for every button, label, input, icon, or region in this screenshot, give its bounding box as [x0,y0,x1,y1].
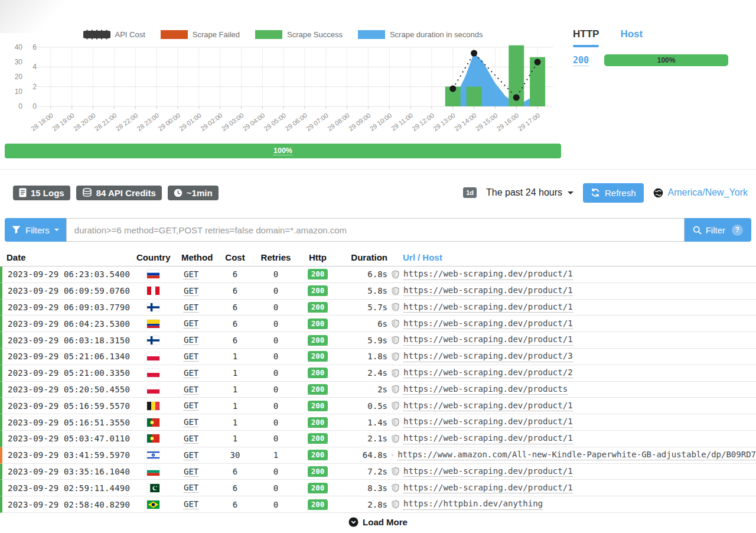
log-method[interactable]: GET [184,401,198,411]
log-url-link[interactable]: https://web-scraping.dev/product/1 [403,318,573,330]
table-row[interactable]: 2023-09-29 05:21:00.3350 GET 1 0 200 2.4… [0,365,756,382]
load-more-button[interactable]: Load More [0,517,756,527]
log-url-link[interactable]: https://web-scraping.dev/products [403,384,568,395]
log-method[interactable]: GET [184,286,198,296]
http-status-badge[interactable]: 200 [308,384,328,395]
log-url-link[interactable]: https://web-scraping.dev/product/1 [403,433,573,444]
refresh-button[interactable]: Refresh [583,183,644,203]
filter-help-icon[interactable]: ? [732,225,743,236]
http-status-badge[interactable]: 200 [308,417,328,428]
http-status-badge[interactable]: 200 [308,433,328,444]
http-status-badge[interactable]: 200 [308,318,328,329]
timezone-link[interactable]: America/New_York [653,187,748,198]
http-status-badge[interactable]: 200 [308,269,328,280]
filter-query-input[interactable] [66,218,685,242]
table-row[interactable]: 2023-09-29 06:09:59.0760 GET 6 0 200 5.8… [0,283,756,300]
log-retries: 0 [253,434,299,443]
log-date: 2023-09-29 05:16:51.3550 [2,418,132,427]
country-flag-icon-ru [132,270,178,278]
table-row[interactable]: 2023-09-29 05:21:06.1340 GET 1 0 200 1.8… [0,349,756,365]
table-row[interactable]: 2023-09-29 05:16:59.5570 GET 1 0 200 0.5… [0,398,756,414]
chart-bar[interactable] [467,87,482,106]
table-row[interactable]: 2023-09-29 05:16:51.3550 GET 1 0 200 1.4… [0,414,756,431]
log-method[interactable]: GET [184,269,198,280]
log-duration: 6s [337,319,387,329]
log-date: 2023-09-29 06:09:59.0760 [2,286,132,295]
log-retries: 0 [253,385,299,394]
log-method[interactable]: GET [184,368,198,378]
log-method[interactable]: GET [184,385,198,395]
log-cost: 30 [217,450,253,460]
tab-http[interactable]: HTTP [573,28,599,47]
log-method[interactable]: GET [184,499,198,509]
log-method[interactable]: GET [184,467,198,477]
table-row[interactable]: 2023-09-29 05:20:50.4550 GET 1 0 200 2s … [0,382,756,398]
log-url-link[interactable]: https://web-scraping.dev/product/1 [403,334,573,346]
log-url-link[interactable]: https://web-scraping.dev/product/2 [403,368,573,379]
log-method[interactable]: GET [184,434,198,444]
table-row[interactable]: 2023-09-29 06:03:18.3150 GET 6 0 200 5.9… [0,332,756,349]
log-url-link[interactable]: https://web-scraping.dev/product/3 [403,351,573,362]
time-range-dropdown[interactable]: The past 24 hours [486,187,573,198]
table-row[interactable]: 2023-09-29 02:59:11.4490 GET 6 0 200 8.3… [0,480,756,496]
log-url-link[interactable]: https://web-scraping.dev/product/1 [403,417,573,428]
legend-item[interactable]: Scrape duration in seconds [358,30,483,39]
log-url-link[interactable]: https://web-scraping.dev/product/1 [403,302,573,313]
table-row[interactable]: 2023-09-29 06:23:03.5400 GET 6 0 200 6.8… [0,266,756,283]
table-row[interactable]: 2023-09-29 03:35:16.1040 GET 6 0 200 7.2… [0,464,756,480]
log-url-link[interactable]: https://web-scraping.dev/product/1 [403,269,573,280]
chart-wrap: API CostScrape FailedScrape SuccessScrap… [5,0,561,158]
log-method[interactable]: GET [184,318,198,329]
legend-label: API Cost [115,30,145,39]
log-url-link[interactable]: https://httpbin.dev/anything [403,499,543,510]
http-status-badge[interactable]: 200 [308,285,328,296]
log-url-link[interactable]: https://web-scraping.dev/product/1 [403,285,573,297]
legend-item[interactable]: Scrape Success [255,30,343,39]
chart-canvas: 010203040024628 18:0028 19:0028 20:0028 … [5,41,561,140]
api-cost-point[interactable] [471,50,477,57]
log-method[interactable]: GET [184,335,198,345]
log-method[interactable]: GET [184,450,198,460]
log-method[interactable]: GET [184,483,198,493]
legend-item[interactable]: Scrape Failed [161,30,240,39]
http-status-badge[interactable]: 200 [308,368,328,378]
api-cost-point[interactable] [535,59,541,66]
http-status-badge[interactable]: 200 [308,302,328,313]
log-duration: 1.4s [337,418,387,427]
coins-icon [82,188,92,197]
log-method[interactable]: GET [184,352,198,362]
log-method[interactable]: GET [184,417,198,427]
http-status-badge[interactable]: 200 [308,450,328,460]
column-header-url-host[interactable]: Url / Host [387,252,756,262]
tab-host[interactable]: Host [620,28,643,47]
log-date: 2023-09-29 02:59:11.4490 [2,483,132,493]
table-row[interactable]: 2023-09-29 02:58:40.8290 GET 6 0 200 2.8… [0,496,756,513]
filters-dropdown-button[interactable]: Filters [5,218,66,242]
table-row[interactable]: 2023-09-29 05:03:47.0110 GET 1 0 200 2.1… [0,431,756,447]
http-status-badge[interactable]: 200 [308,483,328,493]
api-cost-point[interactable] [449,86,456,92]
http-status-badge[interactable]: 200 [308,466,328,477]
log-url-link[interactable]: https://web-scraping.dev/product/1 [403,483,573,494]
apply-filter-button[interactable]: Filter ? [685,218,751,242]
http-status-badge[interactable]: 200 [308,335,328,346]
http-status-badge[interactable]: 200 [308,401,328,411]
log-retries: 0 [253,319,299,329]
log-method[interactable]: GET [184,303,198,313]
http-code-link[interactable]: 200 [573,55,589,66]
table-row[interactable]: 2023-09-29 06:09:03.7790 GET 6 0 200 5.7… [0,300,756,316]
x-axis-label: 28 20:00 [72,112,97,132]
table-row[interactable]: 2023-09-29 06:04:23.5300 GET 6 0 200 6s … [0,316,756,332]
log-retries: 0 [253,483,299,493]
legend-item[interactable]: API Cost [83,28,145,41]
http-status-badge[interactable]: 200 [308,351,328,362]
api-cost-point[interactable] [513,95,520,101]
log-url-link[interactable]: https://web-scraping.dev/product/1 [403,401,573,412]
shield-icon [392,352,399,361]
http-status-badge[interactable]: 200 [308,499,328,510]
log-date: 2023-09-29 03:35:16.1040 [2,467,132,476]
log-url-link[interactable]: https://www.amazon.com/All-new-Kindle-Pa… [397,450,756,461]
log-url-link[interactable]: https://web-scraping.dev/product/1 [403,466,573,477]
x-axis-label: 29 11:00 [390,112,414,132]
table-row[interactable]: 2023-09-29 03:41:59.5970 GET 30 1 200 64… [0,447,756,464]
